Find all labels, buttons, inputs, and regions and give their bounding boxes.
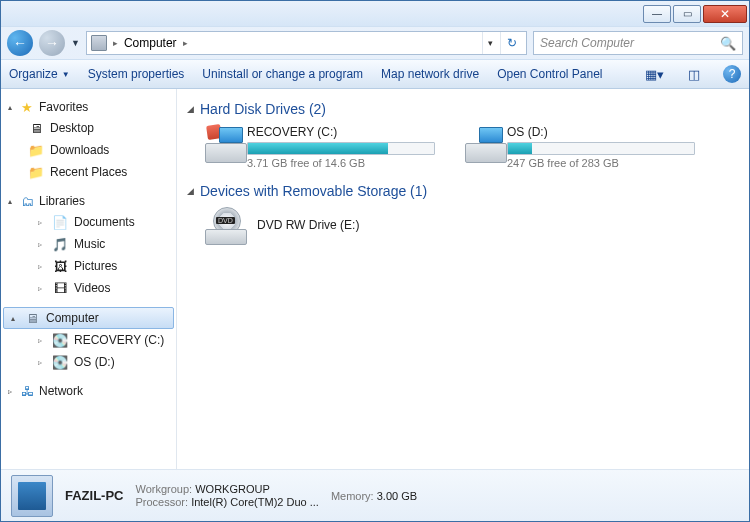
hard-drive-icon	[465, 125, 497, 163]
close-button[interactable]: ✕	[703, 5, 747, 23]
back-button[interactable]: ←	[7, 30, 33, 56]
videos-icon: 🎞	[52, 280, 68, 296]
pictures-icon: 🖼	[52, 258, 68, 274]
navigation-pane: ▴ ★ Favorites 🖥Desktop 📁Downloads 📁Recen…	[1, 89, 177, 469]
hard-drive-icon	[205, 125, 237, 163]
chevron-down-icon: ▼	[62, 70, 70, 79]
expand-icon: ▹	[5, 387, 15, 396]
libraries-group[interactable]: ▴ 🗂 Libraries	[1, 191, 176, 211]
open-control-panel-button[interactable]: Open Control Panel	[497, 67, 602, 81]
collapse-icon: ◢	[187, 186, 194, 196]
history-dropdown[interactable]: ▼	[71, 38, 80, 48]
network-group[interactable]: ▹ 🖧 Network	[1, 381, 176, 401]
space-bar	[247, 142, 435, 155]
drive-name: OS (D:)	[507, 125, 695, 139]
map-drive-button[interactable]: Map network drive	[381, 67, 479, 81]
system-properties-button[interactable]: System properties	[88, 67, 185, 81]
navigation-bar: ← → ▼ ▸ Computer ▸ ▾ ↻ Search Computer 🔍	[1, 27, 749, 59]
documents-icon: 📄	[52, 214, 68, 230]
memory-value: 3.00 GB	[377, 490, 417, 502]
workgroup-label: Workgroup:	[136, 483, 193, 495]
drive-name: DVD RW Drive (E:)	[257, 218, 359, 232]
sidebar-item-recovery-drive[interactable]: ▹💽RECOVERY (C:)	[3, 329, 174, 351]
music-icon: 🎵	[52, 236, 68, 252]
drive-space-text: 3.71 GB free of 14.6 GB	[247, 157, 435, 169]
space-bar-fill	[248, 143, 388, 154]
collapse-icon: ◢	[187, 104, 194, 114]
collapse-icon: ▴	[5, 197, 15, 206]
sidebar-item-videos[interactable]: ▹🎞Videos	[3, 277, 174, 299]
computer-group[interactable]: ▴ 🖥 Computer	[3, 307, 174, 329]
memory-label: Memory:	[331, 490, 374, 502]
favorites-group[interactable]: ▴ ★ Favorites	[1, 97, 176, 117]
chevron-right-icon[interactable]: ▸	[183, 38, 188, 48]
drive-item-dvd[interactable]: DVD DVD RW Drive (E:)	[205, 207, 435, 245]
maximize-button[interactable]: ▭	[673, 5, 701, 23]
drive-item-os[interactable]: OS (D:) 247 GB free of 283 GB	[465, 125, 695, 169]
view-options-button[interactable]: ▦▾	[643, 63, 665, 85]
computer-icon: 🖥	[24, 310, 40, 326]
address-segment[interactable]: Computer	[124, 36, 177, 50]
drive-name: RECOVERY (C:)	[247, 125, 435, 139]
search-placeholder: Search Computer	[540, 36, 634, 50]
sidebar-item-desktop[interactable]: 🖥Desktop	[3, 117, 174, 139]
forward-button[interactable]: →	[39, 30, 65, 56]
command-bar: Organize ▼ System properties Uninstall o…	[1, 59, 749, 89]
dvd-drive-icon: DVD	[205, 207, 247, 245]
collapse-icon: ▴	[5, 103, 15, 112]
content-pane: ◢ Hard Disk Drives (2) RECOVERY (C:) 3.7…	[177, 89, 749, 469]
refresh-button[interactable]: ↻	[500, 32, 522, 54]
details-pane: FAZIL-PC Workgroup: WORKGROUP Processor:…	[1, 469, 749, 521]
organize-menu[interactable]: Organize ▼	[9, 67, 70, 81]
hdd-category-header[interactable]: ◢ Hard Disk Drives (2)	[187, 101, 739, 117]
sidebar-item-music[interactable]: ▹🎵Music	[3, 233, 174, 255]
arrow-left-icon: ←	[13, 35, 27, 51]
processor-label: Processor:	[136, 496, 189, 508]
titlebar: — ▭ ✕	[1, 1, 749, 27]
collapse-icon: ▴	[8, 314, 18, 323]
computer-name: FAZIL-PC	[65, 488, 124, 503]
search-icon: 🔍	[720, 36, 736, 51]
space-bar	[507, 142, 695, 155]
sidebar-item-documents[interactable]: ▹📄Documents	[3, 211, 174, 233]
sidebar-item-downloads[interactable]: 📁Downloads	[3, 139, 174, 161]
preview-pane-button[interactable]: ◫	[683, 63, 705, 85]
space-bar-fill	[508, 143, 532, 154]
network-icon: 🖧	[19, 383, 35, 399]
address-bar[interactable]: ▸ Computer ▸ ▾ ↻	[86, 31, 527, 55]
library-icon: 🗂	[19, 193, 35, 209]
recent-icon: 📁	[28, 164, 44, 180]
sidebar-item-pictures[interactable]: ▹🖼Pictures	[3, 255, 174, 277]
workgroup-value: WORKGROUP	[195, 483, 270, 495]
desktop-icon: 🖥	[28, 120, 44, 136]
drive-icon: 💽	[52, 332, 68, 348]
chevron-right-icon: ▸	[113, 38, 118, 48]
star-icon: ★	[19, 99, 35, 115]
drive-icon: 💽	[52, 354, 68, 370]
search-input[interactable]: Search Computer 🔍	[533, 31, 743, 55]
processor-value: Intel(R) Core(TM)2 Duo ...	[191, 496, 319, 508]
arrow-right-icon: →	[45, 35, 59, 51]
sidebar-item-os-drive[interactable]: ▹💽OS (D:)	[3, 351, 174, 373]
help-button[interactable]: ?	[723, 65, 741, 83]
uninstall-program-button[interactable]: Uninstall or change a program	[202, 67, 363, 81]
minimize-button[interactable]: —	[643, 5, 671, 23]
drive-item-recovery[interactable]: RECOVERY (C:) 3.71 GB free of 14.6 GB	[205, 125, 435, 169]
address-dropdown[interactable]: ▾	[482, 32, 498, 54]
drive-space-text: 247 GB free of 283 GB	[507, 157, 695, 169]
computer-large-icon	[11, 475, 53, 517]
folder-icon: 📁	[28, 142, 44, 158]
sidebar-item-recent[interactable]: 📁Recent Places	[3, 161, 174, 183]
computer-icon	[91, 35, 107, 51]
explorer-window: — ▭ ✕ ← → ▼ ▸ Computer ▸ ▾ ↻ Search Comp…	[0, 0, 750, 522]
removable-category-header[interactable]: ◢ Devices with Removable Storage (1)	[187, 183, 739, 199]
